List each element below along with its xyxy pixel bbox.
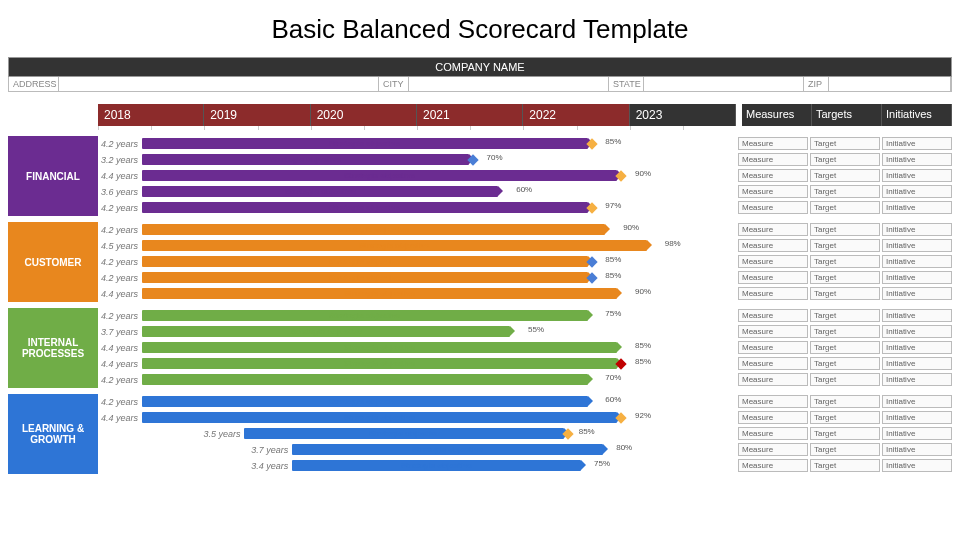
measure-cell[interactable]: Measure <box>738 411 808 424</box>
year-2023: 2023 <box>630 104 736 126</box>
measure-cell[interactable]: Measure <box>738 459 808 472</box>
initiative-cell[interactable]: Initiative <box>882 287 952 300</box>
objective-bar: Strategic objective <box>142 240 647 251</box>
percent-label: 75% <box>594 459 610 468</box>
objective-bar: Strategic objective <box>142 288 617 299</box>
duration-label: 3.4 years <box>248 461 292 471</box>
target-cell[interactable]: Target <box>810 459 880 472</box>
target-cell[interactable]: Target <box>810 411 880 424</box>
target-cell[interactable]: Target <box>810 169 880 182</box>
duration-label: 4.2 years <box>98 311 142 321</box>
target-cell[interactable]: Target <box>810 271 880 284</box>
header-targets: Targets <box>812 104 882 126</box>
city-value[interactable] <box>409 77 609 91</box>
measure-cell[interactable]: Measure <box>738 341 808 354</box>
target-cell[interactable]: Target <box>810 287 880 300</box>
measure-cell[interactable]: Measure <box>738 395 808 408</box>
initiative-cell[interactable]: Initiative <box>882 223 952 236</box>
duration-label: 4.4 years <box>98 343 142 353</box>
target-cell[interactable]: Target <box>810 357 880 370</box>
address-value[interactable] <box>59 77 379 91</box>
measure-cell[interactable]: Measure <box>738 255 808 268</box>
target-cell[interactable]: Target <box>810 395 880 408</box>
initiative-cell[interactable]: Initiative <box>882 427 952 440</box>
measure-cell[interactable]: Measure <box>738 443 808 456</box>
initiative-cell[interactable]: Initiative <box>882 459 952 472</box>
objective-row: 4.4 yearsStrategic objective90%MeasureTa… <box>98 286 952 301</box>
objective-bar: Strategic objective <box>142 310 588 321</box>
initiative-cell[interactable]: Initiative <box>882 443 952 456</box>
zip-value[interactable] <box>829 77 951 91</box>
header-measures: Measures <box>742 104 812 126</box>
duration-label: 3.2 years <box>98 155 142 165</box>
state-label: STATE <box>609 77 644 91</box>
target-cell[interactable]: Target <box>810 443 880 456</box>
objective-bar: Strategic objective <box>142 374 588 385</box>
section-label-internal-processes: INTERNAL PROCESSES <box>8 308 98 388</box>
measure-cell[interactable]: Measure <box>738 185 808 198</box>
measure-cell[interactable]: Measure <box>738 373 808 386</box>
objective-row: 3.4 yearsStrategic objective75%MeasureTa… <box>98 458 952 473</box>
measure-cell[interactable]: Measure <box>738 287 808 300</box>
initiative-cell[interactable]: Initiative <box>882 169 952 182</box>
initiative-cell[interactable]: Initiative <box>882 239 952 252</box>
initiative-cell[interactable]: Initiative <box>882 411 952 424</box>
measure-cell[interactable]: Measure <box>738 271 808 284</box>
initiative-cell[interactable]: Initiative <box>882 325 952 338</box>
target-cell[interactable]: Target <box>810 427 880 440</box>
year-2019: 2019 <box>204 104 310 126</box>
company-name: COMPANY NAME <box>8 57 952 77</box>
initiative-cell[interactable]: Initiative <box>882 395 952 408</box>
target-cell[interactable]: Target <box>810 255 880 268</box>
measure-cell[interactable]: Measure <box>738 223 808 236</box>
header-initiatives: Initiatives <box>882 104 952 126</box>
measure-cell[interactable]: Measure <box>738 239 808 252</box>
target-cell[interactable]: Target <box>810 309 880 322</box>
duration-label: 4.4 years <box>98 171 142 181</box>
state-value[interactable] <box>644 77 804 91</box>
objective-bar: Strategic objective <box>142 272 588 283</box>
percent-label: 70% <box>487 153 503 162</box>
objective-bar: Strategic objective <box>142 186 498 197</box>
duration-label: 4.2 years <box>98 139 142 149</box>
target-cell[interactable]: Target <box>810 201 880 214</box>
percent-label: 92% <box>635 411 651 420</box>
percent-label: 90% <box>635 287 651 296</box>
measure-cell[interactable]: Measure <box>738 325 808 338</box>
initiative-cell[interactable]: Initiative <box>882 309 952 322</box>
target-cell[interactable]: Target <box>810 185 880 198</box>
initiative-cell[interactable]: Initiative <box>882 137 952 150</box>
target-cell[interactable]: Target <box>810 137 880 150</box>
year-2022: 2022 <box>523 104 629 126</box>
objective-row: 4.2 yearsStrategic objective60%MeasureTa… <box>98 394 952 409</box>
initiative-cell[interactable]: Initiative <box>882 201 952 214</box>
initiative-cell[interactable]: Initiative <box>882 341 952 354</box>
measure-cell[interactable]: Measure <box>738 309 808 322</box>
address-row: ADDRESS CITY STATE ZIP <box>8 77 952 92</box>
initiative-cell[interactable]: Initiative <box>882 153 952 166</box>
measure-cell[interactable]: Measure <box>738 201 808 214</box>
measure-cell[interactable]: Measure <box>738 153 808 166</box>
initiative-cell[interactable]: Initiative <box>882 255 952 268</box>
objective-bar: Strategic objective <box>292 444 603 455</box>
target-cell[interactable]: Target <box>810 239 880 252</box>
initiative-cell[interactable]: Initiative <box>882 185 952 198</box>
measure-cell[interactable]: Measure <box>738 357 808 370</box>
target-cell[interactable]: Target <box>810 341 880 354</box>
target-cell[interactable]: Target <box>810 223 880 236</box>
target-cell[interactable]: Target <box>810 153 880 166</box>
year-header: 201820192020202120222023MeasuresTargetsI… <box>8 104 952 126</box>
measure-cell[interactable]: Measure <box>738 169 808 182</box>
objective-bar: Strategic objective <box>142 412 617 423</box>
target-cell[interactable]: Target <box>810 373 880 386</box>
objective-row: 3.2 yearsStrategic objective70%MeasureTa… <box>98 152 952 167</box>
objective-row: 4.2 yearsStrategic objective85%MeasureTa… <box>98 270 952 285</box>
initiative-cell[interactable]: Initiative <box>882 357 952 370</box>
initiative-cell[interactable]: Initiative <box>882 373 952 386</box>
measure-cell[interactable]: Measure <box>738 427 808 440</box>
measure-cell[interactable]: Measure <box>738 137 808 150</box>
percent-label: 98% <box>665 239 681 248</box>
target-cell[interactable]: Target <box>810 325 880 338</box>
initiative-cell[interactable]: Initiative <box>882 271 952 284</box>
percent-label: 75% <box>605 309 621 318</box>
